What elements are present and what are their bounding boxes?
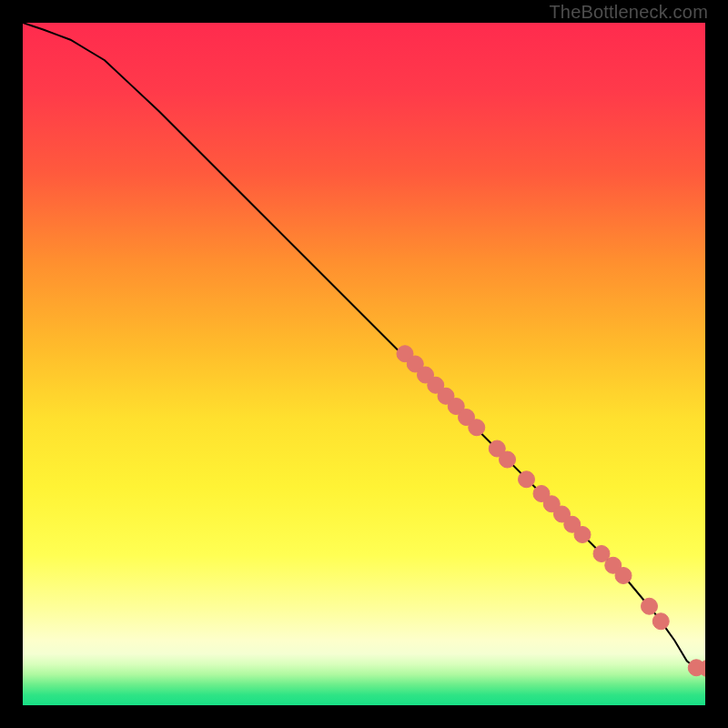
data-point — [574, 527, 591, 543]
data-point — [642, 598, 658, 614]
chart-svg — [23, 23, 705, 705]
data-point — [615, 568, 632, 584]
data-point — [519, 471, 535, 488]
data-point — [652, 613, 669, 630]
plot-area — [23, 23, 705, 705]
data-point — [500, 451, 516, 468]
gradient-background — [23, 23, 705, 705]
data-point — [469, 420, 485, 436]
chart-frame: TheBottleneck.com — [0, 0, 728, 728]
watermark-text: TheBottleneck.com — [549, 2, 708, 23]
